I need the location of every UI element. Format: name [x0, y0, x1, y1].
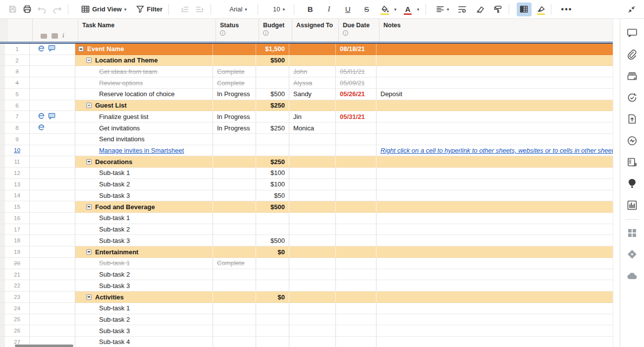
strikethrough-button[interactable]: S [359, 2, 374, 16]
assigned-cell[interactable] [289, 55, 336, 66]
bold-button[interactable]: B [303, 2, 318, 16]
task-cell[interactable]: Sub-task 2 [75, 314, 213, 326]
row-number[interactable]: 16 [5, 213, 30, 224]
assigned-cell[interactable] [289, 213, 336, 224]
row-number[interactable]: 18 [5, 235, 30, 246]
proofs-icon[interactable] [623, 67, 641, 85]
status-cell[interactable] [213, 291, 256, 303]
clear-format-button[interactable] [473, 2, 487, 16]
assigned-cell[interactable] [289, 168, 336, 179]
row-number[interactable]: 15 [5, 201, 30, 213]
budget-cell[interactable] [256, 337, 289, 347]
row-number[interactable]: 19 [5, 246, 30, 258]
task-cell[interactable]: Sub-task 4 [75, 337, 213, 347]
status-cell[interactable] [213, 44, 256, 55]
notes-cell[interactable] [376, 314, 613, 326]
fill-color-dropdown[interactable]: ▾ [391, 2, 399, 16]
notes-cell[interactable] [376, 190, 613, 202]
assigned-cell[interactable] [289, 145, 336, 157]
task-cell[interactable]: Sub-task 1 [75, 168, 213, 179]
budget-cell[interactable] [256, 325, 289, 337]
budget-cell[interactable]: $500 [256, 89, 289, 100]
notes-cell[interactable] [376, 325, 613, 337]
status-cell[interactable] [213, 190, 256, 202]
update-requests-icon[interactable] [623, 89, 641, 107]
assigned-cell[interactable] [289, 134, 336, 145]
task-cell[interactable]: Reserve location of choice [75, 89, 213, 100]
task-cell[interactable]: Get invitations [75, 122, 213, 134]
due-date-cell[interactable]: 05/26/21 [336, 89, 376, 100]
task-cell[interactable]: Sub-task 2 [75, 179, 213, 190]
budget-cell[interactable] [256, 66, 289, 77]
notes-cell[interactable] [376, 179, 613, 190]
status-cell[interactable]: Complete [213, 66, 256, 77]
status-cell[interactable] [213, 337, 256, 347]
collapse-toggle[interactable] [78, 46, 84, 52]
status-cell[interactable] [213, 145, 256, 157]
row-number[interactable]: 23 [5, 291, 30, 303]
notes-cell[interactable] [376, 224, 613, 235]
collapse-toggle[interactable] [86, 294, 92, 300]
collapse-toggle[interactable] [86, 204, 92, 210]
due-date-cell[interactable] [336, 179, 376, 190]
due-date-cell[interactable] [336, 201, 376, 213]
assigned-cell[interactable] [289, 100, 336, 112]
assigned-cell[interactable] [289, 280, 336, 291]
task-cell[interactable]: Sub-task 2 [75, 269, 213, 281]
due-date-cell[interactable] [336, 134, 376, 145]
highlight-button[interactable] [535, 2, 547, 16]
notes-cell[interactable] [376, 291, 613, 303]
assigned-cell[interactable] [289, 224, 336, 235]
due-date-cell[interactable] [336, 280, 376, 291]
merge-table-button[interactable] [517, 2, 532, 16]
due-date-cell[interactable]: 05/09/21 [336, 77, 376, 89]
status-cell[interactable] [213, 179, 256, 190]
budget-cell[interactable] [256, 303, 289, 314]
task-cell[interactable]: Review options [75, 77, 213, 89]
assigned-cell[interactable]: Alyssa [289, 77, 336, 89]
budget-cell[interactable]: $500 [256, 235, 289, 246]
budget-cell[interactable] [256, 269, 289, 281]
notes-cell[interactable] [376, 111, 613, 122]
notes-cell[interactable] [376, 337, 613, 347]
status-cell[interactable] [213, 134, 256, 145]
notes-cell[interactable]: Deposit [376, 89, 613, 100]
due-date-cell[interactable]: 08/18/21 [336, 44, 376, 55]
task-cell[interactable]: Sub-task 1 [75, 258, 213, 269]
collapse-toggle[interactable] [86, 159, 92, 165]
row-number[interactable]: 11 [5, 156, 30, 168]
assigned-cell[interactable] [289, 201, 336, 213]
notes-cell[interactable] [376, 280, 613, 291]
assigned-cell[interactable] [289, 190, 336, 202]
due-date-cell[interactable] [336, 325, 376, 337]
comment-icon[interactable] [48, 45, 55, 53]
attachment-icon[interactable] [38, 123, 45, 132]
budget-cell[interactable]: $0 [256, 291, 289, 303]
row-number[interactable]: 21 [5, 269, 30, 281]
assigned-cell[interactable] [289, 246, 336, 258]
font-family-select[interactable]: Arial ▾ [222, 2, 254, 16]
notes-cell[interactable] [376, 258, 613, 269]
due-date-cell[interactable] [336, 190, 376, 202]
due-date-cell[interactable] [336, 122, 376, 134]
assigned-cell[interactable] [289, 235, 336, 246]
column-header-due[interactable]: Due Date i [339, 19, 379, 42]
row-number[interactable]: 7 [5, 111, 30, 122]
horizontal-scrollbar[interactable] [15, 345, 73, 347]
print-button[interactable] [20, 2, 35, 16]
assigned-cell[interactable] [289, 303, 336, 314]
due-date-cell[interactable] [336, 337, 376, 347]
column-header-task[interactable]: Task Name [78, 19, 216, 42]
notes-cell[interactable] [376, 77, 613, 89]
assigned-cell[interactable]: Jin [289, 111, 336, 122]
activity-log-icon[interactable] [623, 132, 641, 150]
more-options-button[interactable]: ••• [559, 2, 575, 16]
row-number[interactable]: 2 [5, 55, 30, 66]
notes-cell[interactable] [376, 55, 613, 66]
status-cell[interactable] [213, 100, 256, 112]
assigned-cell[interactable] [289, 314, 336, 326]
font-color-button[interactable]: A [401, 2, 414, 16]
task-cell[interactable]: Sub-task 3 [75, 280, 213, 291]
budget-cell[interactable] [256, 145, 289, 157]
status-cell[interactable] [213, 213, 256, 224]
